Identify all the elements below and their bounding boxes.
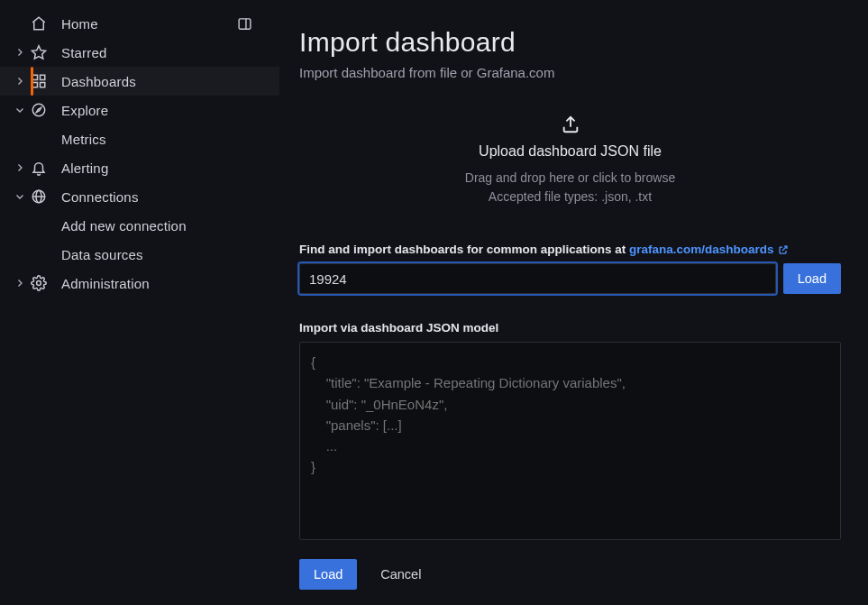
svg-rect-5: [32, 83, 37, 87]
sidebar-item-label: Administration: [61, 276, 150, 291]
sidebar-item-label: Data sources: [61, 247, 143, 262]
chevron-right-icon[interactable]: [11, 76, 29, 87]
link-icon: [29, 188, 49, 205]
svg-point-7: [32, 104, 45, 116]
sidebar: Home Starred Dashboards: [0, 0, 279, 605]
external-link-icon: [778, 244, 789, 255]
sidebar-item-data-sources[interactable]: Data sources: [0, 240, 279, 269]
sidebar-item-label: Dashboards: [61, 74, 136, 89]
chevron-right-icon[interactable]: [11, 47, 29, 58]
sidebar-item-administration[interactable]: Administration: [0, 269, 279, 298]
action-row: Load Cancel: [299, 559, 841, 590]
sidebar-item-metrics[interactable]: Metrics: [0, 124, 279, 153]
svg-rect-3: [32, 75, 37, 79]
chevron-down-icon[interactable]: [11, 105, 29, 115]
sidebar-item-label: Metrics: [61, 132, 106, 147]
sidebar-item-label: Connections: [61, 189, 139, 205]
sidebar-item-dashboards[interactable]: Dashboards: [0, 67, 279, 96]
sidebar-item-alerting[interactable]: Alerting: [0, 153, 279, 182]
sidebar-item-label: Alerting: [61, 160, 108, 176]
dashboard-id-input[interactable]: [299, 263, 776, 294]
sidebar-item-label: Explore: [61, 103, 108, 118]
compass-icon: [29, 102, 49, 118]
chevron-right-icon[interactable]: [11, 278, 29, 289]
page-subtitle: Import dashboard from file or Grafana.co…: [299, 65, 841, 80]
svg-point-12: [37, 281, 41, 286]
upload-help-2: Accepted file types: .json, .txt: [299, 188, 841, 206]
svg-rect-6: [41, 83, 45, 87]
load-from-id-button[interactable]: Load: [783, 263, 841, 294]
sidebar-item-label: Home: [61, 16, 98, 32]
svg-rect-4: [41, 75, 45, 79]
svg-rect-0: [239, 18, 251, 28]
svg-marker-2: [32, 46, 46, 59]
find-label-prefix: Find and import dashboards for common ap…: [299, 243, 629, 256]
upload-title: Upload dashboard JSON file: [299, 143, 841, 160]
main-content: Import dashboard Import dashboard from f…: [279, 0, 868, 605]
upload-icon: [561, 115, 580, 134]
sidebar-item-add-new-connection[interactable]: Add new connection: [0, 211, 279, 240]
grafana-dashboards-link[interactable]: grafana.com/dashboards: [629, 243, 789, 256]
sidebar-item-home[interactable]: Home: [0, 9, 279, 38]
chevron-right-icon[interactable]: [11, 162, 29, 173]
upload-help-1: Drag and drop here or click to browse: [299, 169, 841, 188]
dashboards-icon: [29, 73, 49, 89]
sidebar-item-connections[interactable]: Connections: [0, 182, 279, 211]
cancel-button[interactable]: Cancel: [366, 559, 435, 590]
bell-icon: [29, 160, 49, 176]
json-textarea[interactable]: [299, 342, 841, 540]
upload-dropzone[interactable]: Upload dashboard JSON file Drag and drop…: [299, 105, 841, 232]
home-icon: [29, 15, 49, 32]
sidebar-item-label: Add new connection: [61, 218, 187, 234]
chevron-down-icon[interactable]: [11, 191, 29, 202]
find-label: Find and import dashboards for common ap…: [299, 243, 841, 256]
find-row: Load: [299, 263, 841, 294]
gear-icon: [29, 275, 49, 291]
dock-icon[interactable]: [237, 16, 252, 32]
sidebar-item-label: Starred: [61, 45, 107, 60]
star-icon: [29, 44, 49, 60]
json-label: Import via dashboard JSON model: [299, 321, 841, 335]
svg-marker-8: [36, 107, 41, 112]
load-button[interactable]: Load: [299, 559, 357, 590]
sidebar-item-explore[interactable]: Explore: [0, 96, 279, 124]
sidebar-item-starred[interactable]: Starred: [0, 38, 279, 67]
page-title: Import dashboard: [299, 27, 841, 58]
